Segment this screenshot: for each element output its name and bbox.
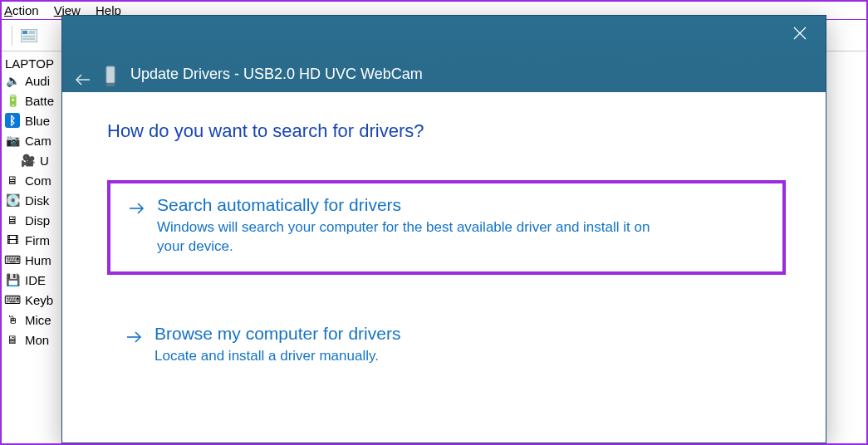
battery-icon	[5, 93, 20, 108]
tree-root[interactable]: LAPTOP	[2, 51, 61, 71]
tree-item[interactable]: Disp	[2, 210, 61, 230]
tree-item[interactable]: Mon	[2, 330, 61, 350]
tree-item-label: Disp	[25, 213, 50, 227]
arrow-right-icon	[129, 200, 145, 217]
tree-item[interactable]: Firm	[2, 230, 61, 250]
tree-item[interactable]: Com	[2, 170, 61, 190]
dialog-title: Update Drivers - USB2.0 HD UVC WebCam	[130, 66, 423, 83]
tree-item-label: Firm	[25, 233, 50, 247]
svg-rect-9	[106, 66, 115, 83]
dialog-titlebar: Update Drivers - USB2.0 HD UVC WebCam	[62, 16, 826, 92]
tree-item[interactable]: Mice	[2, 310, 61, 330]
tree-item-label: Keyb	[25, 293, 53, 307]
option-search-automatically[interactable]: Search automatically for drivers Windows…	[107, 180, 786, 275]
back-button[interactable]	[74, 71, 92, 89]
device-icon	[104, 66, 122, 89]
tree-item-label: Batte	[25, 94, 54, 108]
option-title: Browse my computer for drivers	[154, 324, 400, 344]
dialog-heading: How do you want to search for drivers?	[107, 120, 786, 142]
toolbar-properties-icon[interactable]	[19, 26, 39, 46]
device-tree: LAPTOP AudiBatteBlueCamUComDiskDispFirmH…	[2, 51, 61, 443]
bluetooth-icon	[5, 113, 20, 128]
ide-icon	[5, 272, 20, 287]
keyboard-icon	[5, 292, 20, 307]
display-icon	[5, 213, 20, 227]
svg-rect-10	[106, 83, 115, 86]
tree-item[interactable]: IDE	[2, 270, 61, 290]
tree-item[interactable]: Audi	[2, 71, 61, 90]
option-description: Locate and install a driver manually.	[154, 347, 400, 366]
option-description: Windows will search your computer for th…	[157, 218, 672, 257]
tree-item-label: IDE	[25, 273, 46, 287]
mouse-icon	[5, 312, 20, 327]
tree-item-label: U	[40, 154, 49, 168]
tree-item-label: Audi	[25, 74, 50, 88]
webcam-icon	[20, 153, 35, 168]
option-browse-computer[interactable]: Browse my computer for drivers Locate an…	[107, 311, 786, 382]
arrow-right-icon	[126, 329, 143, 345]
menu-action[interactable]: Action	[4, 3, 39, 17]
dialog-body: How do you want to search for drivers? S…	[62, 92, 826, 382]
close-button[interactable]	[774, 16, 826, 51]
tree-item[interactable]: Disk	[2, 190, 61, 210]
tree-item[interactable]: Hum	[2, 250, 61, 270]
tree-item-label: Disk	[25, 193, 49, 208]
disk-icon	[5, 193, 20, 208]
tree-item[interactable]: Batte	[2, 90, 61, 110]
chip-icon	[5, 332, 20, 347]
tree-item[interactable]: Blue	[2, 110, 61, 130]
film-icon	[5, 232, 20, 247]
svg-rect-1	[22, 31, 27, 34]
monitor-icon	[5, 173, 20, 188]
tree-item[interactable]: Keyb	[2, 290, 61, 310]
tree-item[interactable]: U	[2, 150, 61, 170]
tree-item-label: Com	[25, 174, 51, 188]
tree-item[interactable]: Cam	[2, 130, 61, 150]
tree-item-label: Blue	[25, 114, 50, 128]
speaker-icon	[5, 73, 20, 88]
tree-item-label: Mice	[25, 313, 51, 327]
camera-icon	[5, 133, 20, 148]
tree-item-label: Mon	[25, 333, 49, 347]
update-drivers-dialog: Update Drivers - USB2.0 HD UVC WebCam Ho…	[61, 15, 826, 443]
keyboard-icon	[5, 252, 20, 267]
option-title: Search automatically for drivers	[157, 195, 672, 215]
tree-item-label: Hum	[25, 253, 51, 267]
tree-item-label: Cam	[25, 134, 51, 148]
